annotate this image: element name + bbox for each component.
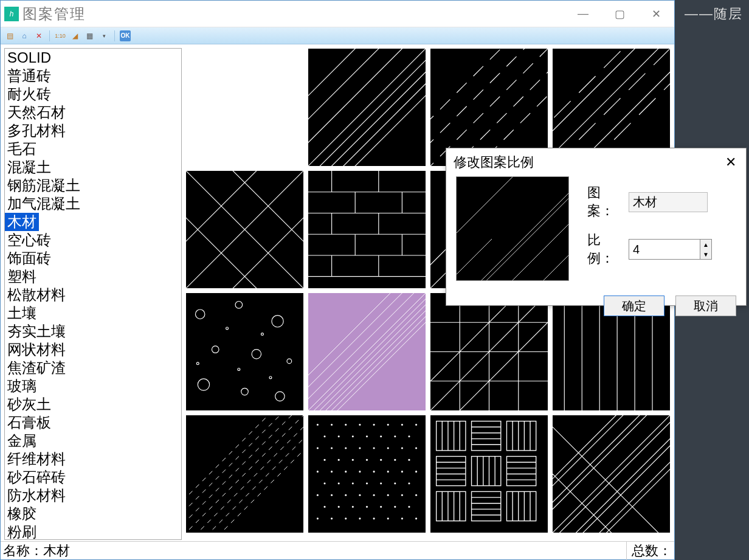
svg-point-125 bbox=[338, 459, 340, 461]
list-item[interactable]: 耐火砖 bbox=[5, 85, 181, 103]
svg-point-126 bbox=[352, 459, 354, 461]
dropdown-icon[interactable]: ▾ bbox=[98, 30, 109, 41]
svg-point-56 bbox=[195, 309, 204, 319]
pattern-name-label: 图案： bbox=[587, 184, 623, 220]
svg-point-103 bbox=[345, 424, 347, 426]
svg-point-138 bbox=[415, 471, 417, 472]
pattern-name-value: 木材 bbox=[629, 192, 708, 212]
svg-point-155 bbox=[338, 506, 340, 508]
list-item[interactable]: 钢筋混凝土 bbox=[5, 176, 181, 195]
svg-point-101 bbox=[317, 424, 319, 426]
svg-point-146 bbox=[317, 494, 319, 496]
list-item[interactable]: 毛石 bbox=[5, 140, 181, 158]
svg-point-106 bbox=[387, 424, 389, 426]
pattern-cell[interactable] bbox=[308, 48, 426, 167]
list-item[interactable]: 土壤 bbox=[5, 304, 181, 322]
pattern-list[interactable]: SOLID普通砖耐火砖天然石材多孔材料毛石混凝土钢筋混凝土加气混凝土木材空心砖饰… bbox=[4, 48, 182, 540]
list-item[interactable]: 金属 bbox=[5, 432, 181, 450]
svg-point-158 bbox=[380, 506, 382, 508]
pattern-cell[interactable] bbox=[185, 415, 304, 533]
pattern-cell[interactable] bbox=[185, 48, 304, 167]
minimize-button[interactable]: — bbox=[565, 1, 601, 27]
list-item[interactable]: 焦渣矿渣 bbox=[5, 359, 181, 377]
spinner-up-button[interactable]: ▲ bbox=[700, 240, 711, 249]
list-item[interactable]: 粉刷 bbox=[5, 523, 181, 540]
list-item[interactable]: 纤维材料 bbox=[5, 450, 181, 468]
svg-point-113 bbox=[380, 435, 382, 437]
list-item[interactable]: 多孔材料 bbox=[5, 122, 181, 140]
layout-icon[interactable]: ▦ bbox=[84, 30, 95, 41]
svg-point-67 bbox=[196, 362, 199, 365]
svg-rect-189 bbox=[472, 457, 501, 486]
list-item[interactable]: 网状材料 bbox=[5, 340, 181, 359]
svg-point-104 bbox=[359, 424, 361, 426]
list-item[interactable]: 防水材料 bbox=[5, 486, 181, 505]
brush-icon[interactable]: ◢ bbox=[69, 30, 80, 41]
pattern-cell-selected[interactable] bbox=[308, 292, 426, 411]
dialog-body: 图案： 木材 比例： ▲ ▼ 确定 取消 bbox=[446, 176, 746, 316]
svg-line-70 bbox=[308, 293, 426, 410]
list-item[interactable]: 塑料 bbox=[5, 268, 181, 286]
list-item[interactable]: 橡胶 bbox=[5, 505, 181, 523]
svg-point-145 bbox=[408, 482, 410, 484]
ok-icon[interactable]: OK bbox=[120, 30, 131, 41]
svg-line-226 bbox=[457, 177, 523, 239]
svg-point-57 bbox=[235, 302, 243, 309]
pattern-cell[interactable] bbox=[308, 415, 426, 533]
list-item[interactable]: 空心砖 bbox=[5, 231, 181, 249]
list-item[interactable]: 天然石材 bbox=[5, 103, 181, 122]
new-icon[interactable]: ▤ bbox=[4, 30, 15, 41]
pattern-cell[interactable] bbox=[185, 292, 304, 411]
svg-point-144 bbox=[394, 482, 396, 484]
pattern-cell[interactable] bbox=[430, 415, 548, 533]
list-item[interactable]: 砂灰土 bbox=[5, 395, 181, 413]
svg-point-152 bbox=[401, 494, 403, 496]
spinner-down-button[interactable]: ▼ bbox=[700, 249, 711, 259]
status-count: 总数： bbox=[626, 542, 672, 560]
delete-icon[interactable]: ✕ bbox=[33, 30, 44, 41]
modify-scale-dialog: 修改图案比例 ✕ 图案： 木材 比例： ▲ ▼ 确定 bbox=[446, 148, 747, 306]
app-icon: h bbox=[4, 7, 19, 21]
list-item[interactable]: 加气混凝土 bbox=[5, 195, 181, 213]
svg-point-58 bbox=[272, 316, 283, 327]
scale-input[interactable] bbox=[629, 240, 700, 259]
svg-point-127 bbox=[366, 459, 368, 461]
list-item[interactable]: 石膏板 bbox=[5, 413, 181, 432]
list-item[interactable]: 普通砖 bbox=[5, 67, 181, 85]
svg-rect-199 bbox=[437, 491, 466, 520]
svg-point-131 bbox=[317, 471, 319, 472]
svg-line-221 bbox=[553, 415, 663, 525]
dialog-fields: 图案： 木材 比例： ▲ ▼ 确定 取消 bbox=[587, 184, 736, 316]
svg-point-135 bbox=[373, 471, 375, 472]
svg-rect-184 bbox=[437, 457, 466, 486]
list-item[interactable]: 玻璃 bbox=[5, 377, 181, 395]
list-item[interactable]: 砂石碎砖 bbox=[5, 468, 181, 486]
list-item[interactable]: 木材 bbox=[5, 213, 39, 231]
list-item[interactable]: 夯实土壤 bbox=[5, 322, 181, 340]
dialog-close-button[interactable]: ✕ bbox=[723, 152, 739, 173]
list-item[interactable]: 混凝土 bbox=[5, 158, 181, 176]
svg-point-111 bbox=[352, 435, 354, 437]
ok-button[interactable]: 确定 bbox=[604, 296, 664, 316]
svg-rect-179 bbox=[506, 421, 536, 451]
svg-point-153 bbox=[415, 494, 417, 496]
cancel-button[interactable]: 取消 bbox=[675, 296, 736, 316]
open-icon[interactable]: ⌂ bbox=[19, 30, 30, 41]
list-item[interactable]: SOLID bbox=[5, 49, 181, 67]
dialog-titlebar: 修改图案比例 ✕ bbox=[446, 148, 746, 176]
scale-spinner[interactable]: ▲ ▼ bbox=[629, 239, 712, 260]
svg-point-116 bbox=[317, 447, 319, 449]
pattern-cell[interactable] bbox=[308, 170, 426, 289]
svg-point-112 bbox=[366, 435, 368, 437]
svg-point-164 bbox=[359, 517, 361, 519]
close-button[interactable]: ✕ bbox=[638, 1, 674, 27]
svg-line-230 bbox=[533, 249, 568, 280]
pattern-cell[interactable] bbox=[185, 170, 304, 289]
list-item[interactable]: 松散材料 bbox=[5, 286, 181, 304]
ruler-icon[interactable]: 1:10 bbox=[55, 30, 66, 41]
maximize-button[interactable]: ▢ bbox=[601, 1, 638, 27]
svg-rect-169 bbox=[437, 421, 466, 451]
list-item[interactable]: 饰面砖 bbox=[5, 249, 181, 268]
svg-point-114 bbox=[394, 435, 396, 437]
pattern-cell[interactable] bbox=[552, 415, 671, 533]
